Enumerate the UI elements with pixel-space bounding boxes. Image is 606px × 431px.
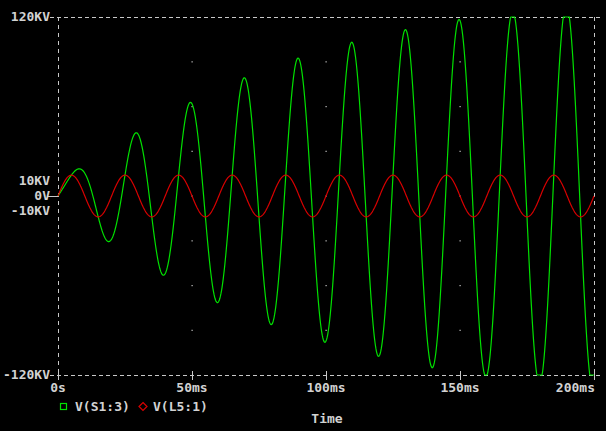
grid-dot [326,330,327,331]
x-tick-label: 150ms [440,381,479,395]
grid-dot [326,285,327,286]
grid-dot [192,330,193,331]
y-tick-label: -120KV [3,368,50,382]
y-tick-label: -10KV [11,204,50,218]
grid-dot [460,106,461,107]
x-tick-label: 0s [50,381,66,395]
x-tick-label: 200ms [556,381,595,395]
grid-dot [192,240,193,241]
grid-dot [326,151,327,152]
grid-dot [460,151,461,152]
grid-dot [326,61,327,62]
y-tick-label: 120KV [11,10,50,24]
grid-dot [326,106,327,107]
trace-v-l5-1[interactable] [58,175,594,217]
x-tick-label: 50ms [176,381,207,395]
legend-label[interactable]: V(L5:1) [153,400,208,414]
grid-dot [326,240,327,241]
y-tick-label: 0V [34,189,50,203]
probe-plot-window: Time 120KV10KV0V-10KV-120KV0s50ms100ms15… [0,0,606,431]
legend-diamond-marker-icon[interactable] [139,403,147,411]
plot-canvas[interactable] [0,0,606,431]
legend-square-marker-icon[interactable] [61,404,67,410]
x-tick-label: 100ms [306,381,345,395]
grid-dot [460,240,461,241]
grid-dot [460,285,461,286]
grid-dot [192,151,193,152]
grid-dot [192,61,193,62]
legend-label[interactable]: V(S1:3) [75,400,130,414]
y-tick-label: 10KV [19,174,50,188]
grid-dot [460,330,461,331]
grid-dot [460,61,461,62]
x-axis-title: Time [311,412,342,426]
grid-dot [192,285,193,286]
